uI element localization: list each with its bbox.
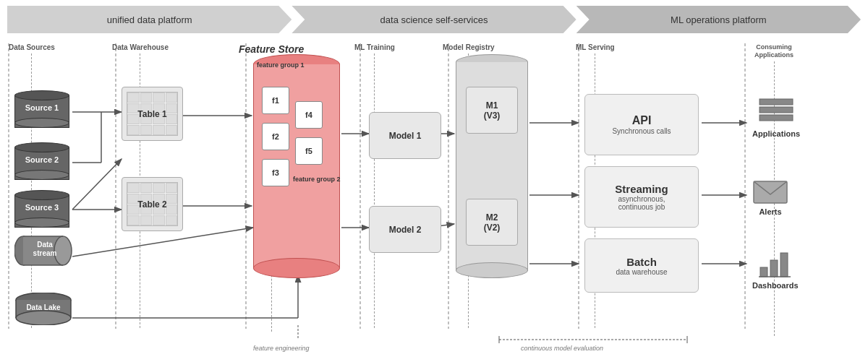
- svg-rect-51: [780, 253, 788, 277]
- svg-rect-46: [760, 107, 793, 113]
- banner-section-2: data science self-services: [292, 6, 576, 33]
- serving-api: API Synchronous calls: [584, 94, 699, 155]
- feature-group-2-label: feature group 2: [293, 176, 341, 183]
- consuming-alerts: Alerts: [752, 177, 788, 216]
- data-lake-label: Data Lake: [14, 303, 72, 311]
- section-datasources: Data Sources: [9, 43, 55, 328]
- source-2: Source 2: [14, 142, 69, 180]
- banner-label-2: data science self-services: [380, 14, 488, 25]
- serving-batch: Batch data warehouse: [584, 238, 699, 293]
- feature-f2: f2: [262, 123, 289, 150]
- table-2-label: Table 2: [137, 199, 166, 210]
- svg-text:continuous model evaluation: continuous model evaluation: [521, 345, 603, 352]
- feature-group-1-label: feature group 1: [257, 61, 305, 69]
- banner-label-3: ML operations platform: [671, 14, 766, 25]
- table-1-label: Table 1: [137, 109, 166, 119]
- model-1: Model 1: [369, 112, 441, 159]
- source-1: Source 1: [14, 90, 69, 128]
- banner-section-3: ML operations platform: [576, 6, 861, 33]
- svg-rect-50: [770, 260, 778, 277]
- model-version-m1: M1(V3): [466, 87, 518, 134]
- data-stream-label: Data stream: [27, 241, 62, 258]
- serving-streaming: Streaming asynchronous,continuous job: [584, 166, 699, 228]
- feature-f1: f1: [262, 87, 289, 114]
- table-1: Table 1: [122, 87, 183, 141]
- svg-point-42: [16, 311, 71, 325]
- consuming-dashboards: Dashboards: [752, 249, 799, 290]
- model-2: Model 2: [369, 206, 441, 253]
- data-lake: Data Lake: [14, 293, 72, 328]
- svg-rect-45: [760, 99, 793, 105]
- source-3: Source 3: [14, 190, 69, 228]
- feature-f4: f4: [295, 101, 323, 129]
- banner-section-1: unified data platform: [7, 6, 292, 33]
- svg-rect-47: [760, 115, 793, 121]
- section-mltraining: ML Training: [354, 43, 395, 328]
- svg-text:feature engineering: feature engineering: [253, 345, 310, 352]
- table-2: Table 2: [122, 177, 183, 231]
- banner-label-1: unified data platform: [107, 14, 192, 25]
- data-stream: Data stream: [14, 235, 72, 270]
- feature-f5: f5: [295, 137, 323, 165]
- consuming-applications: Applications: [752, 98, 800, 138]
- top-banner: unified data platform data science self-…: [7, 6, 861, 33]
- feature-f3: f3: [262, 159, 289, 186]
- main-diagram: feature engineering continuous model eva…: [0, 40, 868, 362]
- model-version-m2: M2(V2): [466, 199, 518, 246]
- svg-rect-49: [760, 267, 767, 277]
